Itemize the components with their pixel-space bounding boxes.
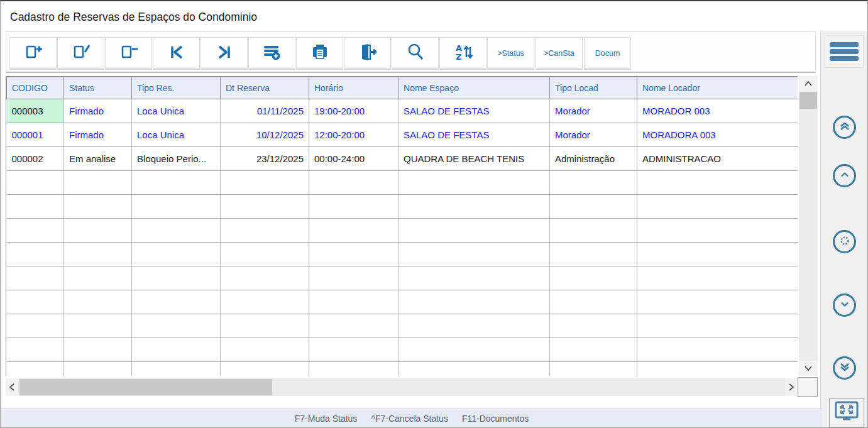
- column-header-status[interactable]: Status: [64, 77, 132, 99]
- last-record-icon: [213, 41, 236, 66]
- exit-button[interactable]: [344, 37, 391, 70]
- scrollbar-left-arrow-icon[interactable]: [6, 378, 18, 396]
- scrollbar-corner: [798, 377, 818, 397]
- scroll-up-button[interactable]: [833, 164, 856, 187]
- empty-row: [7, 338, 798, 362]
- first-record-button[interactable]: [153, 37, 200, 70]
- table-row[interactable]: 000003 Firmado Loca Unica 01/11/2025 19:…: [7, 99, 798, 123]
- vertical-scrollbar-thumb[interactable]: [799, 92, 817, 109]
- scrollbar-up-arrow-icon[interactable]: [799, 76, 818, 91]
- table-row[interactable]: 000001 Firmado Loca Unica 10/12/2025 12:…: [7, 123, 798, 147]
- empty-row: [7, 290, 798, 314]
- list-add-button[interactable]: [248, 37, 295, 70]
- horizontal-scrollbar[interactable]: [6, 378, 798, 396]
- cansta-button[interactable]: >CanSta: [536, 37, 583, 70]
- search-icon: [404, 41, 427, 66]
- column-header-tipo-locad[interactable]: Tipo Locad: [550, 77, 637, 99]
- menu-button[interactable]: [825, 35, 864, 68]
- edit-record-button[interactable]: [57, 37, 104, 70]
- expand-screen-icon: [833, 400, 860, 425]
- reservations-grid: CODIGO Status Tipo Res. Dt Reserva Horár…: [6, 76, 798, 376]
- empty-row: [7, 362, 798, 376]
- table-row[interactable]: 000002 Em analise Bloqueio Perio... 23/1…: [7, 147, 798, 171]
- empty-row: [7, 219, 798, 243]
- doc-edit-icon: [70, 41, 92, 66]
- grid-header-row: CODIGO Status Tipo Res. Dt Reserva Horár…: [7, 77, 798, 99]
- sort-button[interactable]: A Z: [439, 37, 486, 70]
- exit-door-icon: [356, 41, 379, 66]
- svg-text:Z: Z: [456, 52, 461, 62]
- app-window: Cadastro de Reservas de Espaços do Condo…: [0, 0, 868, 428]
- empty-row: [7, 243, 798, 266]
- list-add-icon: [261, 41, 283, 66]
- vertical-scrollbar[interactable]: [799, 76, 818, 376]
- docum-button-label: Docum: [595, 49, 620, 58]
- scrollbar-down-arrow-icon[interactable]: [799, 361, 818, 376]
- shortcut-documentos: F11-Documentos: [462, 414, 529, 424]
- print-button[interactable]: [296, 37, 343, 70]
- column-header-dt-reserva[interactable]: Dt Reserva: [221, 77, 309, 99]
- double-chevron-down-icon: [840, 362, 850, 375]
- horizontal-scrollbar-thumb[interactable]: [19, 379, 272, 395]
- toolbar: A Z >Status >CanSta Docum: [6, 31, 816, 73]
- doc-plus-icon: [22, 41, 45, 66]
- chevron-down-icon: [840, 299, 850, 312]
- column-header-nome-locador[interactable]: Nome Locador: [637, 77, 798, 99]
- scrollbar-right-arrow-icon[interactable]: [785, 378, 798, 396]
- status-button[interactable]: >Status: [487, 37, 534, 70]
- column-header-nome-espaco[interactable]: Nome Espaço: [398, 77, 550, 99]
- empty-row: [7, 171, 798, 195]
- page-title: Cadastro de Reservas de Espaços do Condo…: [10, 11, 257, 24]
- column-header-codigo[interactable]: CODIGO: [7, 77, 64, 99]
- cansta-button-label: >CanSta: [544, 49, 574, 58]
- dotted-circle-icon: [840, 236, 850, 248]
- docum-button[interactable]: Docum: [584, 37, 631, 70]
- sort-az-icon: A Z: [452, 41, 475, 66]
- double-chevron-up-icon: [840, 121, 850, 134]
- empty-row: [7, 195, 798, 219]
- title-bar: Cadastro de Reservas de Espaços do Condo…: [2, 3, 866, 31]
- scroll-bottom-button[interactable]: [833, 356, 856, 380]
- chevron-up-icon: [840, 170, 850, 182]
- new-record-button[interactable]: [9, 37, 57, 70]
- first-record-icon: [165, 41, 188, 66]
- shortcut-cancela-status: ^F7-Cancela Status: [371, 414, 448, 424]
- column-header-tipo-res[interactable]: Tipo Res.: [132, 77, 221, 99]
- empty-row: [7, 314, 798, 338]
- doc-minus-icon: [118, 41, 140, 66]
- grid-body: 000003 Firmado Loca Unica 01/11/2025 19:…: [7, 99, 798, 376]
- record-indicator-button[interactable]: [833, 230, 856, 253]
- column-header-horario[interactable]: Horário: [309, 77, 398, 99]
- delete-record-button[interactable]: [105, 37, 152, 70]
- status-bar: F7-Muda Status ^F7-Cancela Status F11-Do…: [1, 409, 822, 428]
- selected-cell[interactable]: 000003: [7, 99, 64, 123]
- status-button-label: >Status: [497, 49, 524, 58]
- last-record-button[interactable]: [201, 37, 248, 70]
- scroll-top-button[interactable]: [833, 116, 856, 139]
- printer-icon: [309, 41, 331, 66]
- empty-row: [7, 266, 798, 290]
- scroll-down-button[interactable]: [833, 294, 856, 317]
- shortcut-muda-status: F7-Muda Status: [295, 414, 358, 424]
- fullscreen-button[interactable]: [829, 398, 864, 427]
- search-button[interactable]: [392, 37, 439, 70]
- svg-text:A: A: [456, 43, 462, 53]
